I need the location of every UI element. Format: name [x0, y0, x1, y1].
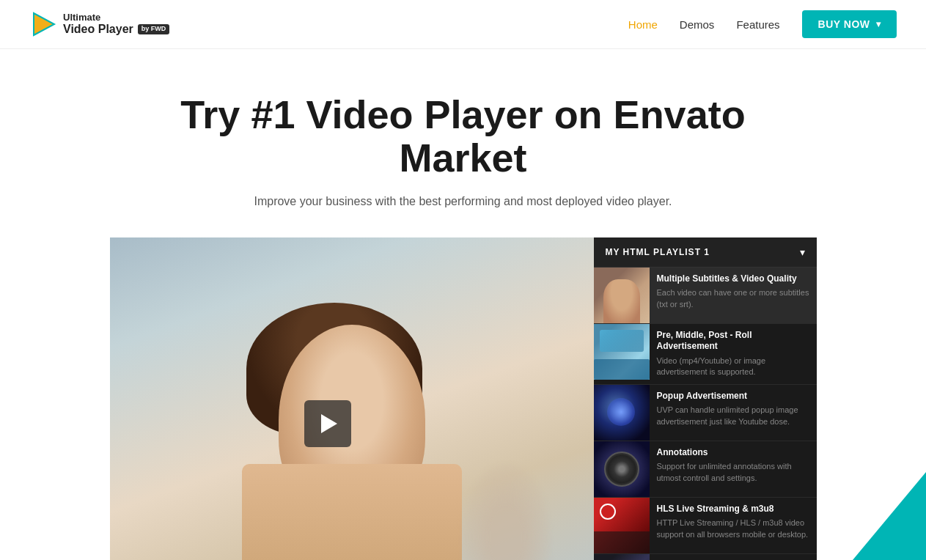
playlist-item-thumb-5: MPEG: [594, 554, 650, 560]
playlist-item-title: Multiple Subtitles & Video Quality: [657, 273, 809, 285]
playlist-item-info-0: Multiple Subtitles & Video QualityEach v…: [650, 268, 817, 323]
video-player[interactable]: [110, 237, 594, 560]
nav-home[interactable]: Home: [628, 18, 658, 31]
playlist-item[interactable]: Multiple Subtitles & Video QualityEach v…: [594, 268, 817, 324]
playlist-item-title: Popup Advertisement: [657, 391, 809, 402]
header: Ultimate Video Player by FWD Home Demos …: [0, 0, 926, 49]
playlist-item-thumb-3: [594, 441, 650, 497]
hero-heading: Try #1 Video Player on Envato Market: [133, 93, 793, 180]
logo-text: Ultimate Video Player by FWD: [63, 12, 169, 36]
playlist-title: MY HTML PLAYLIST 1: [606, 247, 710, 257]
hero-section: Try #1 Video Player on Envato Market Imp…: [0, 49, 926, 237]
playlist-item-thumb-1: [594, 324, 650, 380]
navigation: Home Demos Features BUY NOW ▾: [628, 10, 897, 38]
playlist-item[interactable]: Pre, Middle, Post - Roll AdvertisementVi…: [594, 324, 817, 385]
playlist-item[interactable]: Popup AdvertisementUVP can handle unlimi…: [594, 385, 817, 441]
playlist-item-thumb-4: [594, 498, 650, 553]
playlist-item-title: HLS Live Streaming & m3u8: [657, 504, 809, 515]
chevron-down-icon: ▾: [876, 19, 881, 29]
player-section: MY HTML PLAYLIST 1 ▾ Multiple Subtitles …: [53, 237, 874, 560]
svg-marker-0: [34, 13, 54, 35]
playlist-item[interactable]: MPEGMPEG DASH live streaming &: [594, 554, 817, 560]
playlist-item-info-4: HLS Live Streaming & m3u8HTTP Live Strea…: [650, 498, 817, 553]
playlist-item[interactable]: HLS Live Streaming & m3u8HTTP Live Strea…: [594, 498, 817, 554]
playlist-item-description: HTTP Live Streaming / HLS / m3u8 video s…: [657, 517, 809, 540]
hero-subheading: Improve your business with the best perf…: [243, 195, 683, 208]
logo-badge: by FWD: [138, 24, 170, 34]
playlist-header: MY HTML PLAYLIST 1 ▾: [594, 237, 817, 268]
logo-video-player: Video Player: [63, 23, 133, 36]
logo: Ultimate Video Player by FWD: [29, 10, 169, 38]
nav-features[interactable]: Features: [736, 18, 779, 31]
logo-ultimate: Ultimate: [63, 12, 169, 23]
playlist-item-description: Support for unlimited annotations with u…: [657, 461, 809, 484]
playlist-panel: MY HTML PLAYLIST 1 ▾ Multiple Subtitles …: [594, 237, 817, 560]
playlist-item-description: UVP can handle unlimited popup image adv…: [657, 405, 809, 427]
playlist-item-info-1: Pre, Middle, Post - Roll AdvertisementVi…: [650, 324, 817, 384]
buy-now-button[interactable]: BUY NOW ▾: [802, 10, 897, 38]
dropdown-arrow-icon[interactable]: ▾: [800, 246, 805, 258]
play-button[interactable]: [304, 400, 351, 447]
playlist-item-title: Pre, Middle, Post - Roll Advertisement: [657, 330, 809, 353]
playlist-item-description: Each video can have one or more subtitle…: [657, 287, 809, 310]
body-shape: [242, 464, 462, 560]
playlist-item[interactable]: AnnotationsSupport for unlimited annotat…: [594, 441, 817, 498]
playlist-item-thumb-2: [594, 385, 650, 441]
playlist-items: Multiple Subtitles & Video QualityEach v…: [594, 268, 817, 560]
playlist-item-info-3: AnnotationsSupport for unlimited annotat…: [650, 441, 817, 497]
video-foreground-person: [213, 303, 491, 560]
playlist-item-description: Video (mp4/Youtube) or image advertiseme…: [657, 355, 809, 378]
playlist-item-info-2: Popup AdvertisementUVP can handle unlimi…: [650, 385, 817, 441]
playlist-item-thumb-0: [594, 268, 650, 323]
playlist-item-info-5: MPEG DASH live streaming &: [650, 554, 817, 560]
nav-demos[interactable]: Demos: [680, 18, 715, 31]
playlist-item-title: Annotations: [657, 447, 809, 459]
play-logo-icon: [29, 10, 57, 38]
